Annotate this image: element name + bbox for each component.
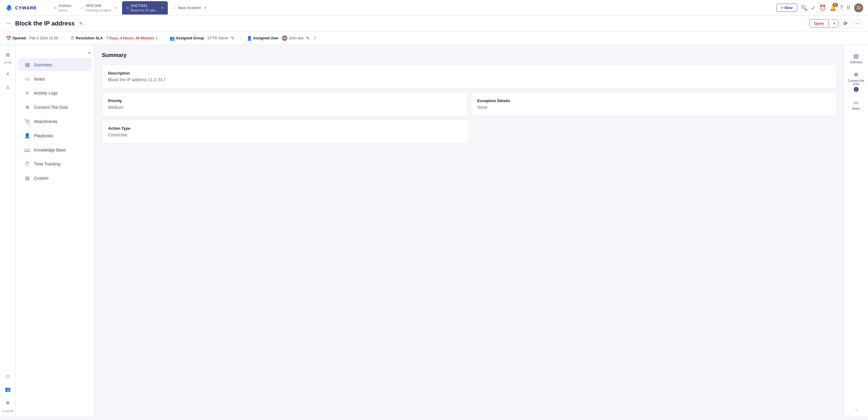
open-status-button[interactable]: Open (809, 20, 828, 28)
right-sidebar-expand[interactable]: → (854, 407, 859, 416)
knowledge-base-nav-icon: 📖 (24, 147, 30, 153)
title-edit-icon[interactable]: ✎ (79, 21, 83, 26)
resolution-sla-value: 7 Days, 4 Hours, 44 Minutes (106, 36, 154, 40)
tab-actions[interactable]: ⊙ Actions Home (50, 1, 75, 14)
description-label: Description (108, 71, 830, 76)
right-sidebar-notes[interactable]: ▭ Notes (850, 96, 862, 113)
refresh-button[interactable]: ⟳ (841, 19, 850, 28)
nav-sidebar: « ▤ Summary ▭ Notes ≡ Activity Logs ⊕ Co… (16, 45, 94, 416)
connect-dots-badge: 1 (854, 87, 859, 92)
notification-badge: 17 (833, 3, 838, 7)
overview-right-icon: ▤ (854, 53, 859, 59)
priority-exception-row: Priority Medium Exception Details None (102, 92, 837, 116)
attachments-nav-icon: 📎 (24, 119, 30, 124)
expand-icon: → (854, 407, 859, 413)
tab-new-incident[interactable]: ⚠ New Incident ✕ (169, 3, 211, 12)
nav-item-knowledge-base-label: Knowledge Base (34, 148, 66, 152)
open-status-dropdown[interactable]: ▾ (831, 20, 838, 28)
tab-act441-main-label: #ACT441 (131, 3, 148, 8)
user-avatar[interactable]: JD (854, 3, 863, 12)
new-button[interactable]: + New (777, 4, 797, 12)
summary-nav-icon: ▤ (24, 62, 30, 67)
logo-area: CYWARE (5, 4, 47, 12)
hamburger-menu-icon[interactable]: ≡ (2, 68, 14, 80)
second-bar-actions: Open ▾ ⟳ ··· (809, 19, 862, 28)
cyware-logo (5, 4, 13, 12)
back-button[interactable]: ← (6, 20, 11, 27)
nav-item-summary[interactable]: ▤ Summary (18, 58, 92, 71)
custom-nav-icon: ▤ (24, 175, 30, 181)
tab-act441-close[interactable]: ✕ (161, 6, 164, 10)
nav-item-notes[interactable]: ▭ Notes (18, 72, 92, 86)
right-sidebar-overview[interactable]: ▤ Overview (848, 50, 864, 67)
search-icon-btn[interactable]: 🔍 (801, 4, 807, 11)
nav-item-notes-label: Notes (34, 77, 45, 82)
assigned-group-label: Assigned Group (176, 36, 204, 40)
action-type-value: Corrective (108, 132, 463, 137)
right-sidebar: ▤ Overview ⊕ Connect the Dots 1 ▭ Notes … (844, 45, 868, 416)
playbooks-nav-icon: 👤 (24, 133, 30, 139)
more-options-button[interactable]: ··· (852, 19, 862, 28)
monitor-icon[interactable]: ▭ (2, 370, 14, 382)
right-sidebar-connect-dots[interactable]: ⊕ Connect the Dots 1 (844, 68, 868, 95)
nav-item-playbooks-label: Playbooks (34, 133, 54, 138)
nav-item-attachments[interactable]: 📎 Attachments (18, 115, 92, 128)
collapse-sidebar-button[interactable]: « (16, 47, 94, 58)
cftr-nav-item[interactable]: ⊞ CFTR (2, 49, 14, 64)
priority-value: Medium (108, 105, 461, 110)
action-type-card: Action Type Corrective (102, 120, 469, 144)
tab-act441-label: #ACT441 Block the IP add... (131, 3, 158, 12)
notes-right-label: Notes (852, 107, 860, 110)
act-tab-icon: ⊙ (126, 6, 129, 10)
tab-new-incident-label: New Incident (178, 5, 201, 10)
nav-item-activity-logs[interactable]: ≡ Activity Logs (18, 87, 92, 99)
share-icon[interactable]: ⊗ (2, 396, 14, 409)
tab-inc348-label: #INC348 Phishing incident (86, 3, 111, 12)
user-edit-icon[interactable]: ✎ (306, 36, 310, 40)
assigned-group-value: CFTR Admin (208, 36, 228, 40)
priority-card: Priority Medium (102, 92, 467, 116)
tab-inc348-close[interactable]: ✕ (114, 6, 117, 10)
exception-details-card: Exception Details None (471, 92, 837, 116)
tab-inc348[interactable]: ⚠ #INC348 Phishing incident ✕ (76, 1, 121, 14)
nav-item-connect-the-dots[interactable]: ⊕ Connect The Dots (18, 100, 92, 114)
help-icon-btn[interactable]: ? (840, 4, 843, 11)
cftr-icon[interactable]: ⊞ (2, 49, 14, 61)
meta-bar: 📅 Opened · Feb 5 2024 10:39 ⏱ Resolution… (0, 31, 868, 45)
nav-item-custom[interactable]: ▤ Custom (18, 172, 92, 184)
collapse-icon: « (88, 50, 91, 55)
nav-item-time-tracking[interactable]: ⏱ Time Tracking (18, 157, 92, 170)
actions-tab-icon: ⊙ (54, 6, 57, 10)
tab-act441-sub-label: Block the IP add... (131, 8, 158, 12)
sla-info-icon[interactable]: ℹ (156, 36, 157, 40)
assigned-user-value: John doe (289, 36, 304, 40)
users-icon[interactable]: 👥 (2, 383, 14, 395)
sla-icon: ⏱ (70, 36, 74, 40)
apps-icon-btn[interactable]: ⠿ (846, 4, 850, 11)
alert-nav-icon[interactable]: ⚠ (2, 81, 14, 93)
calendar-icon: 📅 (6, 36, 11, 40)
nav-item-attachments-label: Attachments (34, 119, 58, 124)
opened-label: Opened (12, 36, 26, 40)
assigned-user-label: Assigned User (253, 36, 279, 40)
tab-act441[interactable]: ⊙ #ACT441 Block the IP add... ✕ (122, 1, 168, 14)
notifications-icon-btn[interactable]: 🔔 17 (830, 4, 836, 11)
exception-details-value: None (477, 105, 830, 110)
annotation-arrow: ↑ (312, 34, 317, 42)
resolution-sla-meta: ⏱ Resolution SLA · 7 Days, 4 Hours, 44 M… (70, 36, 163, 40)
nav-item-custom-label: Custom (34, 176, 49, 181)
nav-right: + New 🔍 ✓ ⏰ 🔔 17 ? ⠿ JD (777, 3, 863, 12)
nav-item-playbooks[interactable]: 👤 Playbooks (18, 129, 92, 142)
group-edit-icon[interactable]: ✎ (231, 36, 235, 40)
connect-dots-right-label: Connect the Dots (846, 79, 866, 86)
user-icon: 👤 (247, 36, 252, 40)
nav-item-time-tracking-label: Time Tracking (34, 161, 60, 167)
main-content: Summary Description Block the IP address… (94, 45, 844, 416)
tab-new-incident-close[interactable]: ✕ (204, 6, 207, 10)
description-card: Description Block the IP address 11.2.33… (102, 64, 837, 89)
timer-icon-btn[interactable]: ⏰ (819, 4, 826, 11)
checkmark-icon-btn[interactable]: ✓ (811, 4, 816, 11)
tab-bar: ⊙ Actions Home ⚠ #INC348 Phishing incide… (50, 1, 774, 14)
nav-item-knowledge-base[interactable]: 📖 Knowledge Base (18, 143, 92, 156)
tab-inc348-sub-label: Phishing incident (86, 8, 111, 12)
